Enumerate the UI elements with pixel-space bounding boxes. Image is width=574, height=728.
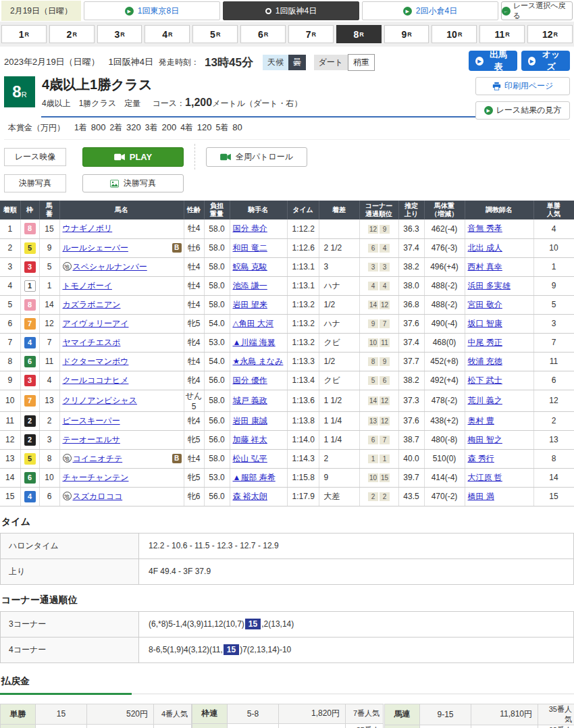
carried-weight: 56.0: [204, 487, 230, 506]
back-to-race-select-button[interactable]: ← レース選択へ戻る: [501, 1, 573, 20]
race-tab-4r[interactable]: 4R: [145, 25, 190, 43]
trainer-link[interactable]: 宮田 敬介: [468, 300, 502, 309]
race-tab-9r[interactable]: 9R: [384, 25, 429, 43]
trainer-link[interactable]: 森 秀行: [468, 454, 494, 463]
horse-link[interactable]: ヤマイチエスポ: [63, 338, 121, 347]
race-tab-7r[interactable]: 7R: [288, 25, 334, 43]
result-row: 411トモノボーイ牡458.0池添 謙一1:13.1ハナ4438.0488(-2…: [0, 276, 574, 295]
finish-time: 1:13.3: [287, 352, 319, 371]
jockey-link[interactable]: 城戸 義政: [233, 396, 267, 405]
frame-number-chip: 3: [24, 261, 36, 273]
trainer-link[interactable]: 中尾 秀正: [468, 338, 502, 347]
carried-weight: 53.0: [204, 468, 230, 487]
jockey-link[interactable]: ▲川端 海翼: [233, 338, 276, 347]
corner-position-chip: 2: [368, 492, 378, 501]
last-3f-time: 36.3: [398, 219, 424, 238]
jockey-link[interactable]: △角田 大河: [233, 319, 274, 328]
trainer-link[interactable]: 坂口 智康: [468, 319, 502, 328]
play-video-button[interactable]: PLAY: [82, 147, 184, 167]
results-guide-label: レース結果の見方: [496, 105, 562, 116]
frame-number-chip: 6: [24, 472, 36, 484]
horse-number: 6: [39, 487, 59, 506]
print-page-button[interactable]: 印刷用ページ: [475, 77, 570, 95]
trainer-link[interactable]: 北出 成人: [468, 243, 502, 253]
trainer-link[interactable]: 梅田 智之: [468, 435, 502, 444]
meeting-tab[interactable]: ▶1回東京8日: [84, 1, 220, 20]
corner-positions: 129: [359, 219, 398, 238]
horse-link[interactable]: クリノアンビシャス: [63, 396, 138, 405]
payout-amount: 2,980円: [279, 723, 346, 728]
horse-link[interactable]: アイヴォリーアイ: [63, 319, 129, 328]
race-tab-10r[interactable]: 10R: [432, 25, 477, 43]
race-tab-3r[interactable]: 3R: [97, 25, 142, 43]
finish-time: 1:13.6: [287, 390, 319, 411]
horse-link[interactable]: スペシャルナンバー: [73, 262, 147, 271]
jockey-link[interactable]: 岩田 望来: [233, 300, 267, 309]
race-tab-5r[interactable]: 5R: [192, 25, 238, 43]
horse-link[interactable]: クールココナヒメ: [63, 375, 129, 385]
media-section: レース映像 PLAY 全周パトロール 決勝写真 決勝写真: [0, 140, 574, 198]
last-furlongs-label: 上り: [1, 558, 139, 584]
trainer-link[interactable]: 松下 武士: [468, 375, 502, 385]
corner-order-text: (6,*8)5-1,4(3,9)11,12(10,7): [149, 619, 244, 629]
odds-button[interactable]: ▶ オッズ: [521, 51, 570, 71]
horse-weight: 488(-2): [424, 295, 465, 314]
jockey-link[interactable]: 加藤 祥太: [233, 435, 267, 444]
payout-amount: 1,820円: [279, 704, 346, 723]
entry-table-button[interactable]: ▶ 出馬表: [469, 51, 517, 71]
printer-icon: [492, 82, 501, 90]
race-tab-2r[interactable]: 2R: [49, 25, 95, 43]
trainer-link[interactable]: 浜田 多実雄: [468, 281, 511, 290]
horse-name-cell: チャーチャンテン: [59, 468, 184, 487]
sex-age: 牝5: [184, 468, 204, 487]
jockey-cell: 岩田 康誠: [230, 411, 287, 430]
horse-link[interactable]: ドクターマンボウ: [63, 357, 129, 366]
horse-link[interactable]: ルールシェーバー: [63, 243, 128, 253]
patrol-video-button[interactable]: 全周パトロール: [206, 147, 307, 167]
race-tab-8r[interactable]: 8R: [336, 25, 382, 43]
jockey-cell: △角田 大河: [230, 314, 287, 333]
horse-link[interactable]: トモノボーイ: [63, 281, 112, 290]
jockey-link[interactable]: ▲服部 寿希: [233, 473, 276, 482]
trainer-link[interactable]: 橋田 満: [468, 492, 494, 501]
horse-link[interactable]: ピースキーパー: [63, 416, 120, 425]
finish-photo-button[interactable]: 決勝写真: [82, 174, 184, 192]
jockey-link[interactable]: 鮫島 克駿: [233, 262, 267, 271]
meeting-tab[interactable]: 1回阪神4日: [223, 1, 359, 20]
race-tab-11r[interactable]: 11R: [479, 25, 525, 43]
horse-link[interactable]: チャーチャンテン: [63, 473, 129, 482]
horse-link[interactable]: テーオーエルサ: [63, 435, 120, 444]
trainer-link[interactable]: 音無 秀孝: [468, 224, 502, 233]
jockey-link[interactable]: 国分 恭介: [233, 224, 267, 233]
trainer-link[interactable]: 奥村 豊: [468, 416, 494, 425]
horse-link[interactable]: カズラボニアン: [63, 300, 121, 309]
results-guide-button[interactable]: ▶ レース結果の見方: [475, 101, 570, 120]
jockey-link[interactable]: 和田 竜二: [233, 243, 267, 253]
jockey-link[interactable]: 池添 謙一: [233, 281, 267, 290]
trainer-link[interactable]: 荒川 義之: [468, 396, 502, 405]
horse-link[interactable]: ウナギノボリ: [63, 224, 113, 233]
jockey-link[interactable]: 松山 弘平: [233, 454, 267, 463]
horse-link[interactable]: コイニオチテ: [73, 454, 123, 463]
results-column-header: 騎手名: [230, 201, 287, 219]
race-tab-6r[interactable]: 6R: [240, 25, 286, 43]
race-tab-12r[interactable]: 12R: [527, 25, 573, 43]
meeting-tab[interactable]: ▶2回小倉4日: [362, 1, 498, 20]
trainer-link[interactable]: 大江原 哲: [468, 473, 502, 482]
corner-position-chip: 13: [368, 417, 378, 425]
horse-link[interactable]: スズカロココ: [73, 492, 123, 501]
furlong-time-value: 12.2 - 10.6 - 11.5 - 12.3 - 12.7 - 12.9: [139, 533, 574, 558]
jockey-link[interactable]: ★永島 まなみ: [233, 357, 284, 366]
jockey-link[interactable]: 森 裕太朗: [233, 492, 267, 501]
trainer-link[interactable]: 牧浦 充徳: [468, 357, 502, 366]
jockey-link[interactable]: 国分 優作: [233, 375, 267, 385]
last-3f-time: 37.6: [398, 314, 424, 333]
results-column-header: 単勝 人気: [533, 201, 574, 219]
jockey-link[interactable]: 岩田 康誠: [233, 416, 267, 425]
race-tab-1r[interactable]: 1R: [1, 25, 47, 43]
race-tab-number: 12: [542, 29, 553, 40]
last-3f-time: 37.6: [398, 411, 424, 430]
horse-name-cell: ヤマイチエスポ: [59, 333, 184, 352]
horse-weight: 492(+4): [424, 371, 465, 390]
trainer-link[interactable]: 西村 真幸: [468, 262, 502, 271]
